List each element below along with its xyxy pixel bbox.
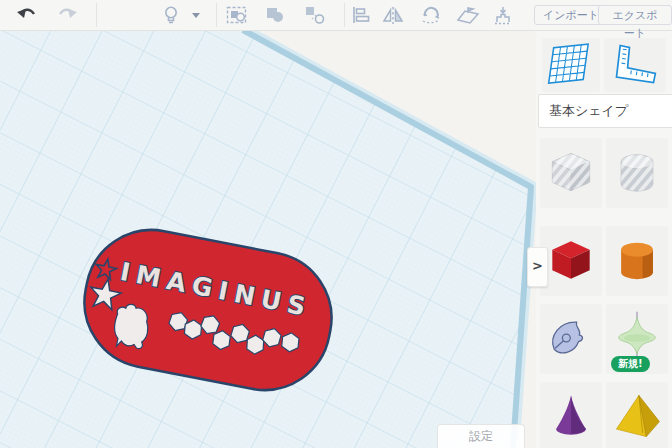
workplane-scene: IMAGINUS bbox=[0, 30, 536, 448]
magnet-snap-icon[interactable] bbox=[418, 4, 444, 26]
ruler-icon[interactable] bbox=[604, 38, 666, 92]
settings-tab[interactable]: 設定 bbox=[437, 424, 525, 448]
shape-cone[interactable] bbox=[540, 382, 602, 448]
mirror-icon[interactable] bbox=[380, 4, 406, 26]
toolbar-separator bbox=[216, 3, 217, 27]
export-button[interactable]: エクスポート bbox=[598, 5, 672, 25]
shape-scribble[interactable] bbox=[540, 304, 602, 374]
shape-cylinder-hole[interactable] bbox=[606, 138, 668, 208]
ruler-tool-icon[interactable] bbox=[490, 4, 516, 26]
top-toolbar: インポート エクスポート bbox=[0, 0, 672, 31]
toolbar-separator bbox=[344, 3, 345, 27]
toolbar-separator bbox=[96, 3, 97, 27]
group-icon[interactable] bbox=[224, 4, 250, 26]
align-icon[interactable] bbox=[348, 4, 374, 26]
design-canvas[interactable]: IMAGINUS bbox=[0, 30, 536, 448]
undo-icon[interactable] bbox=[14, 4, 40, 26]
shape-box-hole[interactable] bbox=[540, 138, 602, 208]
align-components-icon[interactable] bbox=[302, 4, 328, 26]
ungroup-icon[interactable] bbox=[262, 4, 288, 26]
panel-collapse-handle[interactable]: > bbox=[527, 247, 548, 287]
shape-box[interactable] bbox=[540, 226, 602, 296]
shapes-sidebar: 基本シェイプ bbox=[536, 30, 672, 448]
import-button[interactable]: インポート bbox=[534, 5, 608, 25]
redo-icon[interactable] bbox=[54, 4, 80, 26]
shape-pyramid[interactable] bbox=[606, 382, 668, 448]
shape-cylinder[interactable] bbox=[606, 226, 668, 296]
shape-spinning-top[interactable]: 新規! bbox=[606, 304, 668, 374]
new-badge: 新規! bbox=[611, 356, 650, 372]
lightbulb-dropdown-caret[interactable] bbox=[188, 4, 204, 26]
workplane-tool-icon[interactable] bbox=[455, 4, 481, 26]
lightbulb-icon[interactable] bbox=[158, 4, 184, 26]
shape-category-dropdown[interactable]: 基本シェイプ bbox=[538, 94, 672, 128]
workplane-icon[interactable] bbox=[542, 38, 600, 92]
shape-category-label: 基本シェイプ bbox=[549, 95, 672, 127]
tinkercad-window: インポート エクスポート bbox=[0, 0, 672, 448]
